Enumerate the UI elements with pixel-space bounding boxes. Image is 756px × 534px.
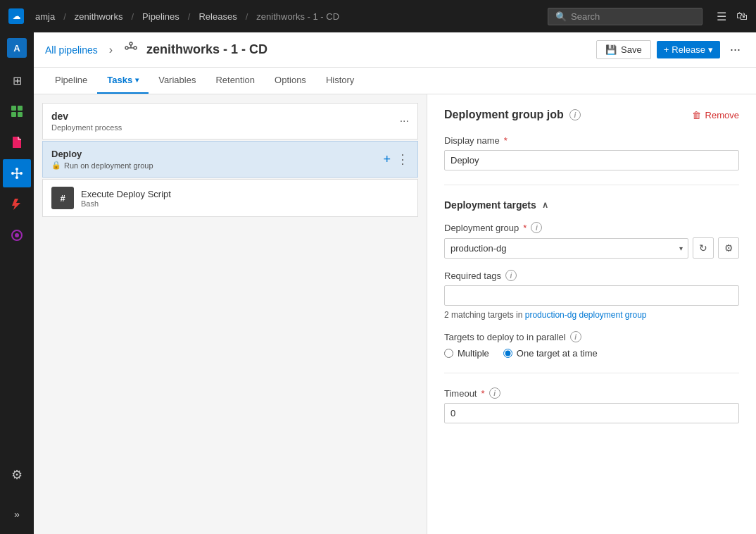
- required-tags-info-icon[interactable]: i: [505, 270, 517, 281]
- deployment-group-select[interactable]: production-dg: [444, 238, 688, 259]
- add-task-button[interactable]: +: [383, 152, 391, 167]
- release-label: Release: [672, 44, 705, 55]
- task-item[interactable]: # Execute Deploy Script Bash: [42, 179, 418, 217]
- search-icon: 🔍: [555, 11, 567, 22]
- required-tags-label: Required tags i: [444, 270, 739, 281]
- sidebar-item-pipelines[interactable]: [3, 159, 31, 187]
- remove-button[interactable]: 🗑 Remove: [692, 110, 739, 120]
- remove-label: Remove: [705, 110, 739, 120]
- timeout-group: Timeout * i: [444, 387, 739, 423]
- panel-title-info-icon[interactable]: i: [569, 109, 581, 120]
- sidebar-item-testplans[interactable]: [3, 190, 31, 218]
- list-icon[interactable]: ☰: [717, 10, 726, 23]
- breadcrumb-zenithworks[interactable]: zenithworks: [75, 11, 123, 22]
- pipeline-icon: [124, 41, 138, 58]
- sidebar-item-repos[interactable]: [3, 128, 31, 156]
- matching-link[interactable]: production-dg deployment group: [525, 310, 647, 320]
- tab-variables[interactable]: Variables: [149, 68, 206, 94]
- top-nav: ☁ amja / zenithworks / Pipelines / Relea…: [0, 0, 756, 32]
- app-layout: A ⊞ ⚙ » All pipelines ›: [0, 32, 756, 534]
- radio-multiple-input[interactable]: [444, 349, 453, 358]
- tab-pipeline[interactable]: Pipeline: [45, 68, 97, 94]
- parallel-options: Multiple One target at a time: [444, 348, 739, 359]
- sidebar-item-boards[interactable]: [3, 97, 31, 125]
- tab-history[interactable]: History: [316, 68, 364, 94]
- job-item-left: Deploy 🔒 Run on deployment group: [51, 149, 153, 170]
- timeout-info-icon[interactable]: i: [489, 387, 500, 399]
- deployment-targets-label: Deployment targets: [444, 199, 536, 211]
- search-input[interactable]: [571, 11, 695, 22]
- tab-tasks-label: Tasks: [107, 75, 132, 85]
- sidebar-item-artifacts[interactable]: [3, 221, 31, 249]
- deployment-group-info-icon[interactable]: i: [531, 222, 542, 233]
- breadcrumb-pipelines[interactable]: Pipelines: [142, 11, 179, 22]
- breadcrumb-sep-1: /: [63, 11, 66, 22]
- all-pipelines-link[interactable]: All pipelines: [45, 44, 98, 56]
- parallel-info-icon[interactable]: i: [570, 331, 581, 342]
- save-label: Save: [621, 44, 642, 55]
- radio-one-input[interactable]: [503, 349, 512, 358]
- svg-rect-3: [18, 112, 23, 117]
- job-sub: 🔒 Run on deployment group: [51, 161, 153, 170]
- timeout-input[interactable]: [444, 403, 739, 423]
- breadcrumb-releases[interactable]: Releases: [199, 11, 237, 22]
- page-header: All pipelines › zenithworks - 1 - CD 💾 S…: [34, 32, 756, 68]
- app-logo: ☁: [8, 8, 24, 24]
- stage-more-button[interactable]: ···: [400, 115, 409, 128]
- job-label: Deploy: [51, 149, 153, 159]
- deployment-group-dropdown-wrapper: production-dg ▾ ↻ ⚙: [444, 237, 739, 259]
- tab-retention[interactable]: Retention: [206, 68, 265, 94]
- tab-tasks[interactable]: Tasks ▾: [97, 68, 149, 94]
- expand-icon[interactable]: »: [3, 500, 31, 528]
- divider-2: [444, 373, 739, 373]
- svg-point-6: [20, 172, 23, 175]
- sidebar-item-overview[interactable]: ⊞: [3, 66, 31, 94]
- svg-rect-2: [11, 112, 16, 117]
- required-tags-group: Required tags i 2 matching targets in pr…: [444, 270, 739, 320]
- matching-prefix: 2 matching targets in: [444, 310, 525, 320]
- radio-multiple-label: Multiple: [458, 348, 489, 359]
- more-actions-button[interactable]: ···: [726, 39, 745, 60]
- display-name-label-text: Display name: [444, 135, 500, 146]
- gear-icon: ⚙: [724, 242, 733, 254]
- display-name-required: *: [504, 135, 508, 146]
- deployment-targets-section: Deployment targets ∧: [444, 199, 739, 211]
- svg-point-7: [15, 176, 18, 179]
- divider-1: [444, 185, 739, 185]
- radio-one[interactable]: One target at a time: [503, 348, 598, 359]
- timeout-label-text: Timeout: [444, 388, 477, 399]
- parallel-label-text: Targets to deploy to in parallel: [444, 332, 566, 342]
- job-item[interactable]: Deploy 🔒 Run on deployment group + ⋮: [42, 141, 418, 178]
- save-icon: 💾: [605, 44, 617, 55]
- lock-icon: 🔒: [51, 161, 61, 170]
- stage-info: dev Deployment process: [51, 111, 122, 132]
- shopping-icon[interactable]: 🛍: [736, 10, 748, 23]
- task-name: Execute Deploy Script: [81, 189, 171, 199]
- settings-icon[interactable]: ⚙: [3, 461, 31, 489]
- required-tags-input[interactable]: [444, 285, 739, 306]
- svg-point-11: [15, 233, 19, 237]
- task-info: Execute Deploy Script Bash: [81, 189, 171, 208]
- org-avatar[interactable]: A: [7, 38, 27, 58]
- breadcrumb-amja[interactable]: amja: [35, 11, 55, 22]
- tab-tasks-dropdown-icon[interactable]: ▾: [135, 76, 139, 84]
- collapse-icon[interactable]: ∧: [542, 200, 548, 210]
- tab-options[interactable]: Options: [265, 68, 316, 94]
- remove-icon: 🗑: [692, 110, 701, 120]
- job-info: Deploy 🔒 Run on deployment group: [51, 149, 153, 170]
- refresh-button[interactable]: ↻: [693, 237, 714, 259]
- content-area: All pipelines › zenithworks - 1 - CD 💾 S…: [34, 32, 756, 534]
- job-more-button[interactable]: ⋮: [396, 151, 409, 167]
- task-icon: #: [51, 187, 74, 209]
- timeout-required: *: [481, 388, 484, 399]
- svg-point-4: [11, 172, 14, 175]
- job-sub-text: Run on deployment group: [64, 161, 153, 170]
- save-button[interactable]: 💾 Save: [596, 40, 651, 59]
- radio-multiple[interactable]: Multiple: [444, 348, 489, 359]
- required-tags-label-text: Required tags: [444, 271, 501, 281]
- settings-button[interactable]: ⚙: [718, 237, 739, 259]
- release-button[interactable]: + Release ▾: [657, 41, 720, 58]
- svg-point-5: [15, 168, 18, 170]
- display-name-input[interactable]: [444, 150, 739, 170]
- breadcrumb-pipeline-name: zenithworks - 1 - CD: [256, 11, 339, 22]
